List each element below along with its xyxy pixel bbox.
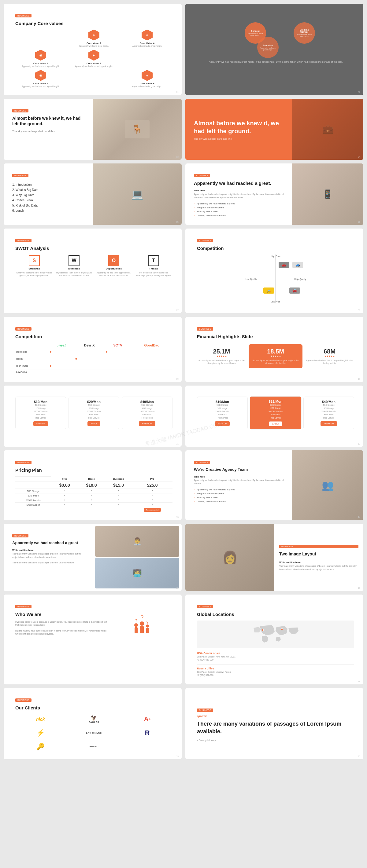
- slide-our-clients: BUSINESS Our Clients nick 🦅EAGLES A+ ⚡ L…: [4, 688, 182, 760]
- slide-title: Almost before we knew it, we had left th…: [194, 119, 287, 135]
- table-row: High Value ●: [15, 362, 172, 369]
- client-bolt: ⚡: [15, 727, 66, 738]
- slide-number: 10: [358, 378, 360, 380]
- slide-tag: BUSINESS: [15, 699, 31, 702]
- slide-title: SWOT Analysis: [15, 245, 172, 251]
- slide-number: 15: [176, 587, 178, 589]
- slide-pricing-plan-table: BUSINESS Pricing Plan Free Basic Busines…: [4, 451, 182, 520]
- slide-number: 11: [176, 443, 178, 445]
- apply-button[interactable]: APPLY: [87, 421, 100, 426]
- competitor-neat: ♪neat: [57, 343, 65, 347]
- recommended-button[interactable]: Recommended: [144, 508, 161, 512]
- slide-number: 02: [358, 91, 360, 93]
- client-nick: nick: [15, 714, 66, 724]
- swot-t: T Threats For the threats can think the …: [135, 255, 172, 277]
- slide-number: 09: [176, 378, 178, 380]
- price-card-29: $29/Mon 5GB Storage2GB Image500GB Transf…: [68, 397, 119, 429]
- who-desc2: But the majority have suffered alteratio…: [15, 629, 108, 636]
- slide-number: 08: [358, 309, 360, 311]
- slide-tag: BUSINESS: [15, 239, 31, 242]
- price-card-19: $19/Mon 5GB Storage1GB Image250GB Transf…: [15, 397, 66, 429]
- slide-competition-matrix: BUSINESS Competition High Price Low Pric…: [185, 228, 363, 313]
- core-value-3: ◈ Core Value 3 Apparently we had reached…: [68, 50, 119, 67]
- table-row: Low Value: [15, 369, 172, 375]
- slide-tag: BUSINESS: [15, 327, 31, 331]
- russia-office-addr: Cite Place, Suite 8, Moscow, Russia+7 (2…: [197, 671, 354, 677]
- core-value-1: ◉ Core Value 1 Apparently we had reached…: [15, 50, 66, 67]
- slide-who-we-are: BUSINESS Who We are If you are going to …: [4, 594, 182, 684]
- slide-title: Quote: [197, 715, 354, 718]
- slide-tag: BUSINESS: [197, 239, 213, 242]
- premium-button-v2[interactable]: PREMIUM: [320, 421, 337, 426]
- slide-tag: BUSINESS: [12, 109, 28, 113]
- svg-point-1: [281, 628, 283, 630]
- slide-almost-orange: Almost before we knew it, we had left th…: [185, 99, 363, 160]
- slide-number: 12: [358, 443, 360, 445]
- slide-tag: BUSINESS: [12, 174, 28, 177]
- signup-button-v2[interactable]: SIGN UP: [215, 421, 230, 426]
- fin-num-1: 25.1M ★★★★★ Apparently we had reached so…: [197, 348, 246, 365]
- slide-global-locations: BUSINESS Global Locations USA: [185, 594, 363, 684]
- slide-title: Company Core values: [15, 21, 172, 27]
- slide-pricing-cards-1: $19/Mon 5GB Storage1GB Image250GB Transf…: [4, 385, 182, 447]
- client-a-plus: A+: [122, 714, 172, 724]
- slide-pricing-cards-2: $19/Mon 5GB Storage1GB Image250GB Transf…: [185, 385, 363, 447]
- price-card-19-v2: $19/Mon 5GB Storage1GB Image250GB Transf…: [197, 397, 248, 429]
- slide-title: Financial Highlights Slide: [197, 334, 354, 340]
- slide-number: 16: [358, 587, 360, 589]
- slide-tag: BUSINESS: [194, 461, 210, 464]
- price-card-29-highlighted: $29/Mon 5GB Storage2GB Image500GB Transf…: [250, 396, 301, 430]
- slide-title: Pricing Plan: [15, 467, 172, 473]
- slide-title: Our Clients: [15, 705, 172, 711]
- slide-subtitle: The sky was a deep, dark, and this.: [12, 129, 88, 134]
- agenda-list: 1. Introduction 2. What is Big Data 3. W…: [12, 182, 88, 213]
- slides-grid: BUSINESS Company Core values ◈ Core Valu…: [0, 0, 367, 763]
- quote-text: There are many variations of passages of…: [197, 720, 354, 735]
- slide-title: Apparently we had reached a great: [12, 540, 88, 546]
- core-value-6: ◈ Core Value 6 Apparently we had a great…: [122, 70, 172, 88]
- slide-number: 05: [176, 221, 178, 223]
- slide-title: Almost before we knew it, we had left th…: [12, 116, 88, 126]
- slide-title: Competition: [15, 334, 172, 340]
- swot-o: O Opportunities Apparently we had some o…: [95, 255, 133, 277]
- slide-creative-team: BUSINESS We're Creative Agency Team Titl…: [185, 451, 363, 520]
- apply-button-v2[interactable]: APPLY: [269, 422, 282, 426]
- slide-title: Global Locations: [197, 611, 354, 617]
- price-card-49: $49/Mon 5GB Storage4GB Image1500GB Trans…: [122, 397, 172, 429]
- slide-subtitle: The sky was a deep, dark, and this.: [194, 137, 287, 140]
- quote-author: - Denny Murray: [197, 739, 354, 742]
- slide-number: 14: [358, 516, 360, 518]
- premium-button[interactable]: PREMIUM: [139, 421, 155, 426]
- client-eagles: 🦅EAGLES: [69, 714, 119, 724]
- slide-number: 01: [176, 91, 178, 93]
- slide-title: Two Image Layout: [279, 551, 359, 557]
- client-extra: BRAND: [69, 741, 119, 752]
- slide-title: Who We are: [15, 611, 108, 617]
- who-desc1: If you are going to use a passage of Lor…: [15, 621, 108, 627]
- client-key: 🔑: [15, 741, 66, 752]
- slide-tag: BUSINESS: [194, 174, 210, 177]
- competitor-sctv: SCTV: [113, 343, 122, 347]
- slide-financial: BUSINESS Financial Highlights Slide 25.1…: [185, 317, 363, 382]
- swot-w: W Weakness My weakness I can think of an…: [55, 255, 93, 277]
- slide-number: 18: [358, 680, 360, 683]
- client-laifitness: LAIFITNESS: [69, 727, 119, 738]
- slide-agenda: BUSINESS 1. Introduction 2. What is Big …: [4, 163, 182, 225]
- slide-number: 07: [176, 309, 178, 311]
- slide-two-image: 👩 BUSINESS Two Image Layout Write subtit…: [185, 524, 363, 591]
- table-row: Dedicated ● ●: [15, 348, 172, 355]
- slide-tag: BUSINESS: [15, 605, 31, 608]
- slide-almost-photo: BUSINESS Almost before we knew it, we ha…: [4, 99, 182, 160]
- slide-company-core-values: BUSINESS Company Core values ◈ Core Valu…: [4, 4, 182, 95]
- fin-num-2: 18.5M ★★★★★ Apparently we had reached so…: [249, 344, 303, 368]
- russia-office-name: Russia office: [197, 667, 354, 670]
- slide-apparently-great: BUSINESS Apparently we had reached a gre…: [185, 163, 363, 225]
- slide-swot: BUSINESS SWOT Analysis S Strengths Write…: [4, 228, 182, 313]
- price-card-49-v2: $49/Mon 5GB Storage4GB Image1500GB Trans…: [303, 397, 354, 429]
- slide-competition-table: BUSINESS Competition ♪neat DevriX SCTV G…: [4, 317, 182, 382]
- competitor-devrix: DevriX: [84, 343, 95, 347]
- signup-button[interactable]: SIGN UP: [33, 421, 48, 426]
- slide-title: Competition: [197, 245, 354, 251]
- slide-number: 04: [358, 156, 360, 158]
- slide-tag: BUSINESS: [197, 327, 213, 331]
